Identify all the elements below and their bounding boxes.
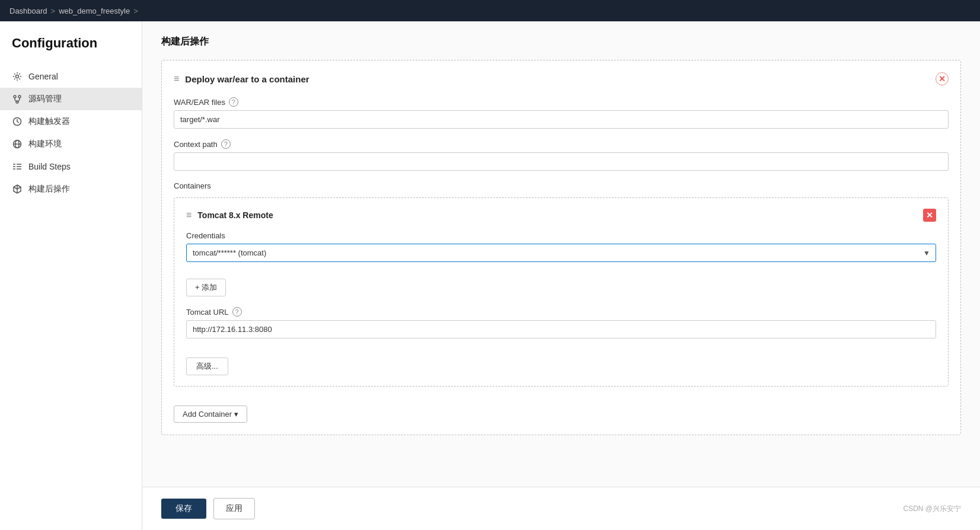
globe-icon — [12, 139, 23, 149]
tomcat-url-input[interactable] — [186, 320, 936, 339]
container-drag-icon: ≡ — [186, 210, 191, 221]
context-path-field-group: Context path ? — [174, 139, 949, 171]
containers-label: Containers — [174, 181, 949, 190]
war-ear-field-group: WAR/EAR files ? — [174, 97, 949, 129]
close-container-button[interactable]: ✕ — [923, 209, 936, 222]
container-header-left: ≡ Tomcat 8.x Remote — [186, 210, 273, 221]
sidebar-item-build[interactable]: Build Steps — [0, 155, 142, 178]
war-ear-input[interactable] — [174, 110, 949, 129]
sidebar-item-source-label: 源码管理 — [28, 94, 62, 104]
context-path-input[interactable] — [174, 152, 949, 171]
advanced-button[interactable]: 高级... — [186, 357, 228, 375]
container-header: ≡ Tomcat 8.x Remote ✕ — [186, 209, 936, 222]
sidebar-item-post-label: 构建后操作 — [28, 184, 70, 194]
close-deploy-button[interactable]: ✕ — [936, 72, 949, 85]
drag-icon: ≡ — [174, 74, 179, 84]
war-ear-help-icon[interactable]: ? — [229, 97, 238, 107]
sidebar-item-general[interactable]: General — [0, 65, 142, 88]
svg-point-2 — [18, 95, 21, 98]
add-container-button[interactable]: Add Container ▾ — [174, 406, 247, 423]
svg-point-0 — [16, 75, 19, 78]
sidebar-item-env-label: 构建环境 — [28, 139, 62, 149]
apply-button[interactable]: 应用 — [213, 498, 255, 519]
sidebar-item-trigger[interactable]: 构建触发器 — [0, 110, 142, 133]
deploy-header-left: ≡ Deploy war/ear to a container — [174, 74, 309, 84]
cube-icon — [12, 184, 23, 194]
source-icon — [12, 94, 23, 104]
sidebar-item-post[interactable]: 构建后操作 — [0, 178, 142, 200]
sidebar-item-trigger-label: 构建触发器 — [28, 116, 70, 127]
add-container-chevron-icon: ▾ — [234, 410, 238, 419]
save-button[interactable]: 保存 — [161, 499, 206, 519]
svg-point-1 — [14, 95, 16, 98]
tomcat-url-help-icon[interactable]: ? — [232, 307, 242, 317]
war-ear-label: WAR/EAR files ? — [174, 97, 949, 107]
section-title: 构建后操作 — [161, 36, 961, 48]
sidebar: Configuration General 源码管理 — [0, 21, 142, 530]
credentials-field-group: Credentials tomcat/****** (tomcat) ▼ — [186, 231, 936, 262]
deploy-section: ≡ Deploy war/ear to a container ✕ WAR/EA… — [161, 60, 961, 435]
deploy-header: ≡ Deploy war/ear to a container ✕ — [174, 72, 949, 85]
context-path-label: Context path ? — [174, 139, 949, 149]
credentials-select-wrapper: tomcat/****** (tomcat) ▼ — [186, 244, 936, 262]
breadcrumb-home[interactable]: Dashboard — [9, 7, 47, 15]
main-content: 构建后操作 ≡ Deploy war/ear to a container ✕ … — [142, 21, 980, 487]
bottom-bar: 保存 应用 CSDN @兴乐安宁 — [142, 487, 980, 530]
add-credentials-button[interactable]: + 添加 — [186, 279, 226, 296]
container-title: Tomcat 8.x Remote — [197, 210, 273, 220]
sidebar-item-env[interactable]: 构建环境 — [0, 133, 142, 155]
tomcat-url-field-group: Tomcat URL ? — [186, 307, 936, 339]
breadcrumb-sep2: > — [133, 7, 138, 15]
list-icon — [12, 161, 23, 172]
tomcat-url-label: Tomcat URL ? — [186, 307, 936, 317]
credentials-select[interactable]: tomcat/****** (tomcat) — [186, 244, 936, 262]
deploy-title: Deploy war/ear to a container — [185, 74, 309, 84]
breadcrumb-bar: Dashboard > web_demo_freestyle > — [0, 0, 980, 21]
context-path-help-icon[interactable]: ? — [221, 139, 231, 149]
sidebar-item-source[interactable]: 源码管理 — [0, 88, 142, 110]
clock-icon — [12, 116, 23, 127]
credentials-label: Credentials — [186, 231, 936, 240]
gear-icon — [12, 71, 23, 82]
container-box: ≡ Tomcat 8.x Remote ✕ Credentials tomcat… — [174, 197, 949, 387]
watermark: CSDN @兴乐安宁 — [903, 504, 961, 514]
sidebar-item-general-label: General — [28, 72, 58, 81]
sidebar-title: Configuration — [0, 36, 142, 65]
breadcrumb-project[interactable]: web_demo_freestyle — [59, 7, 130, 15]
breadcrumb-sep1: > — [51, 7, 56, 15]
sidebar-item-build-label: Build Steps — [28, 162, 71, 171]
